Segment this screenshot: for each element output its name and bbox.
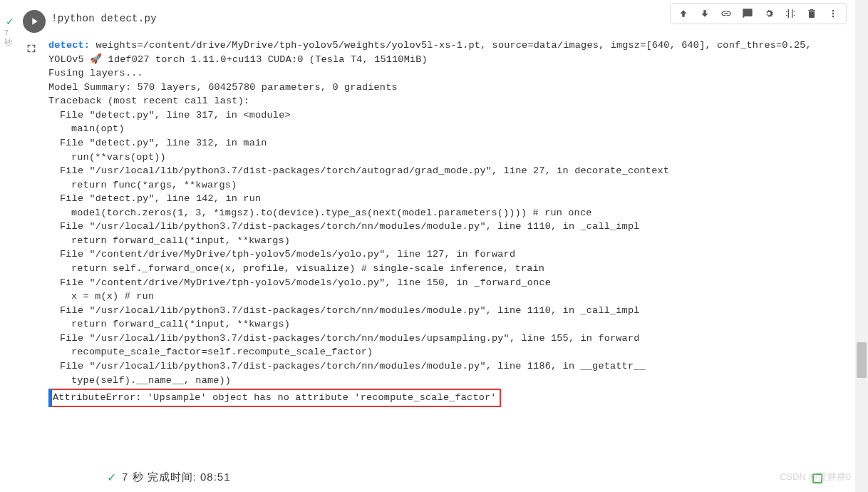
output-text: detect: weights=/content/drive/MyDrive/t… — [48, 39, 868, 416]
output-line-6: Traceback (most recent call last): — [48, 94, 854, 108]
output-line-10: run(**vars(opt)) — [48, 150, 854, 165]
output-line-22: return forward_call(*input, **kwargs) — [48, 317, 854, 332]
output-line-5: Model Summary: 570 layers, 60425780 para… — [48, 81, 854, 95]
output-line-16: return forward_call(*input, **kwargs) — [48, 234, 854, 248]
more-icon[interactable] — [825, 5, 842, 22]
check-icon: ✓ — [6, 16, 14, 27]
status-check-icon: ✓ — [107, 471, 116, 484]
output-line-15: File "/usr/local/lib/python3.7/dist-pack… — [48, 220, 854, 234]
status-text: 7 秒 完成时间: 08:51 — [122, 471, 231, 484]
status-bar: ✓ 7 秒 完成时间: 08:51 — [0, 462, 868, 492]
output-line-18: return self._forward_once(x, profile, vi… — [48, 262, 854, 276]
output-line-14: model(torch.zeros(1, 3, *imgsz).to(devic… — [48, 206, 854, 220]
output-line-23: File "/usr/local/lib/python3.7/dist-pack… — [48, 332, 854, 346]
mirror-icon[interactable] — [782, 5, 799, 22]
delete-icon[interactable] — [803, 5, 820, 22]
watermark-text: CSDN @蓝胖胖0 — [780, 471, 851, 483]
detect-label: detect: — [48, 40, 90, 51]
output-line-1: weights=/content/drive/MyDrive/tph-yolov… — [90, 40, 812, 51]
run-button[interactable] — [23, 10, 46, 33]
output-line-21: File "/usr/local/lib/python3.7/dist-pack… — [48, 304, 854, 318]
output-line-7: File "detect.py", line 317, in <module> — [48, 108, 854, 123]
move-down-icon[interactable] — [696, 5, 713, 22]
comment-icon[interactable] — [739, 5, 756, 22]
output-line-4: Fusing layers... — [48, 66, 854, 81]
move-up-icon[interactable] — [675, 5, 692, 22]
gutter-time: 7 秒 — [4, 29, 12, 48]
output-line-19: File "/content/drive/MyDrive/tph-yolov5/… — [48, 276, 854, 290]
output-line-8: main(opt) — [48, 122, 854, 136]
output-line-25: File "/usr/local/lib/python3.7/dist-pack… — [48, 359, 854, 374]
output-line-13: File "detect.py", line 142, in run — [48, 192, 854, 206]
output-line-24: recompute_scale_factor=self.recompute_sc… — [48, 345, 854, 359]
settings-icon[interactable] — [760, 5, 777, 22]
output-container: detect: weights=/content/drive/MyDrive/t… — [0, 36, 868, 416]
cell-toolbar — [670, 3, 847, 24]
output-expand-icon[interactable] — [26, 43, 37, 416]
output-line-17: File "/content/drive/MyDrive/tph-yolov5/… — [48, 247, 854, 262]
link-icon[interactable] — [718, 5, 735, 22]
output-line-9: File "detect.py", line 312, in main — [48, 136, 854, 150]
code-text: !python detect.py — [51, 13, 157, 24]
output-line-12: return func(*args, **kwargs) — [48, 178, 854, 193]
output-line-2: YOLOv5 🚀 1def027 torch 1.11.0+cu113 CUDA… — [48, 53, 854, 67]
error-highlight: AttributeError: 'Upsample' object has no… — [48, 389, 501, 407]
output-line-26: type(self).__name__, name)) — [48, 374, 854, 388]
output-line-20: x = m(x) # run — [48, 289, 854, 304]
error-text: AttributeError: 'Upsample' object has no… — [53, 392, 497, 403]
output-line-11: File "/usr/local/lib/python3.7/dist-pack… — [48, 164, 854, 178]
